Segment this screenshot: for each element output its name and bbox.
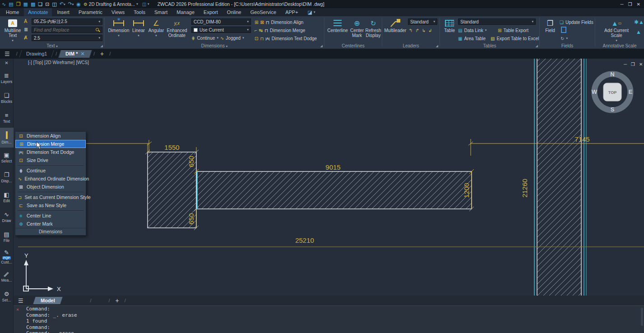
continue-button[interactable]: Continue (197, 36, 215, 41)
dim-text-1200[interactable]: 1200 (463, 183, 470, 198)
collect-leader-icon[interactable]: ↲ (428, 28, 432, 33)
enhanced-ordinate-button[interactable]: y,x Enhanced Ordinate (165, 18, 189, 38)
online-status-icon[interactable]: ◉ (76, 0, 81, 8)
data-link-button[interactable]: ▤ Data Link ▾ (458, 27, 486, 34)
leaders-panel-launcher-icon[interactable]: ◢ (436, 44, 438, 48)
copy-icon[interactable]: ❏ (38, 0, 42, 8)
command-scrollbar[interactable] (641, 308, 643, 326)
command-close-icon[interactable]: ✕ (16, 307, 19, 312)
update-fields-button[interactable]: ❏ Update Fields (560, 18, 593, 26)
menu-item-set-current-style[interactable]: ⊐ Set as Current Dimension Style (15, 193, 86, 201)
doc-menu-icon[interactable]: ☰ (0, 51, 14, 57)
text-list-icon[interactable]: ≣ (24, 27, 28, 32)
sidebar-item-dim[interactable]: Dim... (0, 128, 14, 148)
print-icon[interactable]: ⊡ (45, 0, 49, 8)
model-tab[interactable]: Model (33, 297, 62, 304)
restore-icon[interactable]: ❒ (628, 2, 632, 7)
table-export-button[interactable]: ⊞ Table Export (498, 27, 528, 34)
compass-east[interactable]: E (629, 88, 633, 95)
ribbon-display-toggle[interactable]: ◪▾ (308, 9, 315, 15)
multiline-text-button[interactable]: A Multiline Text ▾ (3, 18, 23, 43)
dim-break-icon[interactable]: ⌐ (255, 28, 257, 33)
dim-flip-icon[interactable]: ⊓ (260, 36, 264, 41)
refresh-display-button[interactable]: ↻ Refresh Display (366, 18, 380, 38)
tab-geoservice[interactable]: GeoService (246, 8, 280, 16)
dim-edit-icon[interactable]: ⊡ (255, 36, 258, 41)
sidebar-item-blocks[interactable]: ❏ Blocks (0, 88, 14, 108)
menu-item-dimension-align[interactable]: ⊟ Dimension Align (15, 132, 86, 140)
dimension-button[interactable]: ✳ Dimension ▾ (108, 18, 129, 38)
undo-icon[interactable]: ↶▾ (60, 0, 65, 9)
sidebar-item-text[interactable]: ≡ Text (0, 108, 14, 128)
sidebar-item-settings[interactable]: ⚙ Set... (0, 287, 14, 306)
remove-leader-icon[interactable]: ↱ (415, 28, 419, 33)
dim-style-dropdown[interactable]: CCD_DIM-80▾ (191, 18, 251, 25)
tab-parametric[interactable]: Parametric (74, 8, 107, 16)
sidebar-item-file[interactable]: ▤ File (0, 227, 14, 247)
tables-panel-launcher-icon[interactable]: ◢ (536, 44, 538, 48)
dimensions-panel-launcher-icon[interactable]: ◢ (320, 44, 323, 48)
command-window[interactable]: ✕ Command: Command: _. erase 1 found Com… (14, 305, 644, 333)
menu-item-center-line[interactable]: ≡ Center Line (15, 212, 86, 220)
sidebar-item-customize[interactable]: ✎ PQP Cust... (0, 247, 14, 267)
tab-views[interactable]: Views (107, 8, 129, 16)
doc-tab-dim[interactable]: DIM *✕ (58, 50, 92, 58)
annotative-scale-list-icon[interactable]: ✱▲ (634, 19, 644, 25)
align-leader-icon[interactable]: ↳ (422, 28, 426, 33)
archive-box-icon[interactable]: ◫ (142, 2, 146, 7)
dimension-align-button[interactable]: Dimension Align (271, 20, 304, 25)
minimize-icon[interactable]: ─ (621, 2, 624, 7)
horizontal-bar[interactable] (196, 171, 472, 209)
new-doc-tab-icon[interactable]: + (97, 50, 107, 57)
compass-west[interactable]: W (592, 88, 598, 95)
leader-style-dropdown[interactable]: Standard▾ (408, 18, 437, 25)
layout-menu-icon[interactable]: ☰ (14, 297, 28, 304)
dimension-merge-button[interactable]: Dimension Merge (270, 28, 305, 33)
angular-button[interactable]: ∠ Angular ▾ (148, 18, 164, 38)
dim-text-9015[interactable]: 9015 (325, 163, 340, 171)
sidebar-item-draw[interactable]: ∿ Draw (0, 207, 14, 227)
tab-home[interactable]: Home (2, 8, 23, 16)
preview-icon[interactable]: ◫ (52, 0, 56, 8)
search-icon[interactable] (96, 28, 99, 31)
centerline-button[interactable]: Centerline (327, 18, 348, 33)
use-current-checkbox[interactable] (194, 28, 198, 32)
dimension-text-dodge-button[interactable]: Dimension Text Dodge (272, 36, 317, 41)
text-style-icon[interactable]: Ā (24, 18, 27, 24)
open-file-icon[interactable]: ❒ (16, 0, 21, 8)
jogged-button[interactable]: Jogged (226, 36, 241, 41)
dim-update-icon[interactable]: ⊠ (260, 20, 264, 25)
close-icon[interactable]: ✕ (637, 2, 640, 7)
save-icon[interactable]: ▦ (23, 0, 28, 8)
export-table-excel-button[interactable]: ▧ Export Table to Excel (491, 35, 539, 42)
tab-annotate[interactable]: Annotate (24, 8, 52, 16)
dim-text-1550[interactable]: 1550 (164, 143, 179, 151)
multileader-button[interactable]: Multileader (384, 18, 407, 33)
doc-tab-drawing1[interactable]: Drawing1 (19, 50, 54, 57)
text-style-dropdown[interactable]: 05.ZS-内标注2.5▾ (32, 18, 102, 25)
dim-text-21260[interactable]: 21260 (521, 179, 528, 198)
table-style-dropdown[interactable]: Standard▾ (458, 18, 536, 25)
new-file-icon[interactable]: ▤ (9, 0, 13, 8)
sidebar-close-icon[interactable]: ✕ (5, 59, 8, 68)
tab-smart[interactable]: Smart (150, 8, 171, 16)
center-mark-button[interactable]: ⊕ Center Mark (349, 18, 365, 38)
add-current-scale-button[interactable]: ▲▭ Add Current Scale ▾ (603, 18, 630, 43)
tab-app-plus[interactable]: APP+ (281, 8, 302, 16)
ucs-icon[interactable] (23, 260, 53, 291)
tab-insert[interactable]: Insert (53, 8, 74, 16)
doc-tab-close-icon[interactable]: ✕ (81, 51, 85, 56)
find-replace-input[interactable] (32, 27, 102, 33)
tab-online[interactable]: Online (223, 8, 246, 16)
menu-item-size-drive[interactable]: ⊡ Size Drive (15, 156, 86, 164)
sidebar-item-edit[interactable]: ◧ Edit (0, 187, 14, 207)
text-height-dropdown[interactable]: 2.5▾ (32, 35, 102, 41)
tab-export[interactable]: Export (199, 8, 222, 16)
redo-icon[interactable]: ↷▾ (68, 0, 74, 9)
save-as-icon[interactable]: ▩ (31, 0, 35, 8)
dim-adjust-icon[interactable]: ↹ (259, 28, 263, 33)
dim-text-25210[interactable]: 25210 (295, 236, 314, 244)
wall-column[interactable] (537, 59, 581, 296)
add-leader-icon[interactable]: ↰ (409, 28, 412, 33)
field-convert-button[interactable]: ↻ ▾ (561, 35, 568, 42)
